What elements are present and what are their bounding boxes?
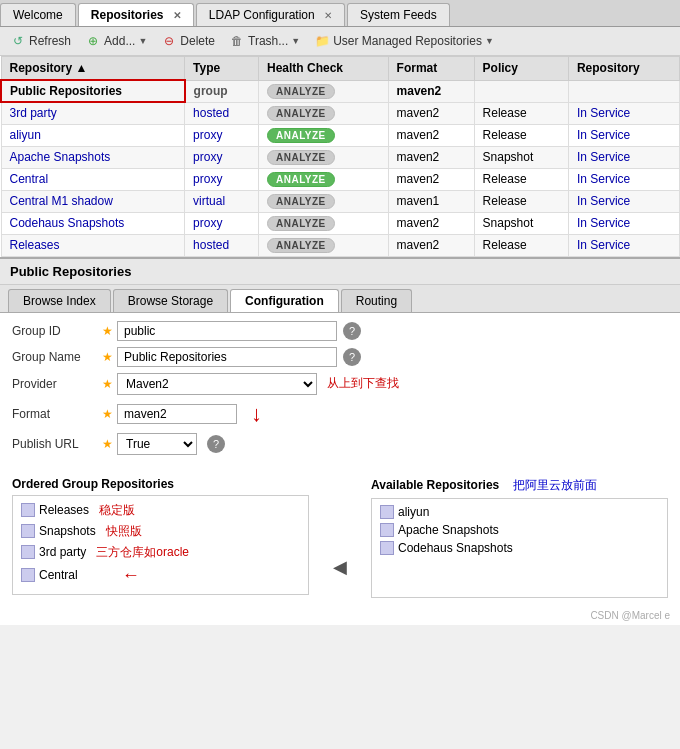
analyze-button[interactable]: ANALYZE xyxy=(267,172,335,187)
repo-health-cell[interactable]: ANALYZE xyxy=(258,80,388,102)
top-tab-bar: Welcome Repositories ✕ LDAP Configuratio… xyxy=(0,0,680,27)
table-row[interactable]: Codehaus Snapshots proxy ANALYZE maven2 … xyxy=(1,212,680,234)
annotation-aliyun-hint: 把阿里云放前面 xyxy=(513,478,597,492)
form-row-group-name: Group Name ★ ? xyxy=(12,347,668,367)
group-id-input[interactable] xyxy=(117,321,337,341)
annotation-arrow-left: ← xyxy=(122,565,140,586)
tab-configuration[interactable]: Configuration xyxy=(230,289,339,312)
list-item[interactable]: Snapshots 快照版 xyxy=(17,521,304,542)
tab-system-feeds[interactable]: System Feeds xyxy=(347,3,450,26)
add-icon: ⊕ xyxy=(85,33,101,49)
table-row[interactable]: 3rd party hosted ANALYZE maven2 Release … xyxy=(1,102,680,124)
col-header-repository[interactable]: Repository ▲ xyxy=(1,57,185,81)
ordered-repos-section: Ordered Group Repositories Releases 稳定版 … xyxy=(12,477,309,598)
annotation-arrow: ↓ xyxy=(251,401,262,427)
table-row[interactable]: aliyun proxy ANALYZE maven2 Release In S… xyxy=(1,124,680,146)
tab-routing[interactable]: Routing xyxy=(341,289,412,312)
col-header-type[interactable]: Type xyxy=(185,57,259,81)
user-managed-dropdown-arrow[interactable]: ▼ xyxy=(485,36,494,46)
table-row[interactable]: Releases hosted ANALYZE maven2 Release I… xyxy=(1,234,680,256)
help-icon[interactable]: ? xyxy=(343,348,361,366)
repo-type-cell: hosted xyxy=(185,102,259,124)
publish-url-select[interactable]: True False xyxy=(117,433,197,455)
repo-type-cell: group xyxy=(185,80,259,102)
help-icon[interactable]: ? xyxy=(343,322,361,340)
repo-icon: 📁 xyxy=(314,33,330,49)
analyze-button[interactable]: ANALYZE xyxy=(267,150,335,165)
table-row[interactable]: Public Repositories group ANALYZE maven2 xyxy=(1,80,680,102)
tab-browse-storage[interactable]: Browse Storage xyxy=(113,289,228,312)
repo-status-cell xyxy=(568,80,679,102)
tab-repositories[interactable]: Repositories ✕ xyxy=(78,3,194,26)
repo-health-cell[interactable]: ANALYZE xyxy=(258,124,388,146)
repo-policy-cell xyxy=(474,80,568,102)
tab-browse-index[interactable]: Browse Index xyxy=(8,289,111,312)
analyze-button[interactable]: ANALYZE xyxy=(267,216,335,231)
col-header-health-check[interactable]: Health Check xyxy=(258,57,388,81)
refresh-button[interactable]: ↺ Refresh xyxy=(6,31,75,51)
user-managed-button[interactable]: 📁 User Managed Repositories ▼ xyxy=(310,31,498,51)
list-item[interactable]: Apache Snapshots xyxy=(376,521,663,539)
format-input[interactable] xyxy=(117,404,237,424)
add-button[interactable]: ⊕ Add... ▼ xyxy=(81,31,151,51)
annotation-snapshots: 快照版 xyxy=(106,523,142,540)
list-item[interactable]: aliyun xyxy=(376,503,663,521)
table-row[interactable]: Central proxy ANALYZE maven2 Release In … xyxy=(1,168,680,190)
repo-status-cell: In Service xyxy=(568,124,679,146)
col-header-format[interactable]: Format xyxy=(388,57,474,81)
analyze-button[interactable]: ANALYZE xyxy=(267,128,335,143)
repo-format-cell: maven2 xyxy=(388,124,474,146)
analyze-button[interactable]: ANALYZE xyxy=(267,238,335,253)
tab-welcome[interactable]: Welcome xyxy=(0,3,76,26)
repo-status-cell: In Service xyxy=(568,146,679,168)
repo-health-cell[interactable]: ANALYZE xyxy=(258,102,388,124)
delete-button[interactable]: ⊖ Delete xyxy=(157,31,219,51)
help-icon[interactable]: ? xyxy=(207,435,225,453)
trash-button[interactable]: 🗑 Trash... ▼ xyxy=(225,31,304,51)
repo-health-cell[interactable]: ANALYZE xyxy=(258,190,388,212)
repo-health-cell[interactable]: ANALYZE xyxy=(258,168,388,190)
ordered-repos-list: Releases 稳定版 Snapshots 快照版 3rd party 三方仓… xyxy=(12,495,309,595)
list-item[interactable]: Central ← xyxy=(17,563,304,588)
repo-health-cell[interactable]: ANALYZE xyxy=(258,212,388,234)
repo-format-cell: maven2 xyxy=(388,146,474,168)
list-item[interactable]: Releases 稳定版 xyxy=(17,500,304,521)
close-icon[interactable]: ✕ xyxy=(324,10,332,21)
repo-type-cell: hosted xyxy=(185,234,259,256)
group-name-input[interactable] xyxy=(117,347,337,367)
analyze-button[interactable]: ANALYZE xyxy=(267,106,335,121)
close-icon[interactable]: ✕ xyxy=(173,10,181,21)
analyze-button[interactable]: ANALYZE xyxy=(267,84,335,99)
repo-item-icon xyxy=(21,568,35,582)
annotation-3rdparty: 三方仓库如oracle xyxy=(96,544,189,561)
delete-icon: ⊖ xyxy=(161,33,177,49)
list-item[interactable]: 3rd party 三方仓库如oracle xyxy=(17,542,304,563)
repo-health-cell[interactable]: ANALYZE xyxy=(258,234,388,256)
table-row[interactable]: Apache Snapshots proxy ANALYZE maven2 Sn… xyxy=(1,146,680,168)
analyze-button[interactable]: ANALYZE xyxy=(267,194,335,209)
repo-status-cell: In Service xyxy=(568,102,679,124)
table-row[interactable]: Central M1 shadow virtual ANALYZE maven1… xyxy=(1,190,680,212)
add-dropdown-arrow[interactable]: ▼ xyxy=(138,36,147,46)
refresh-icon: ↺ xyxy=(10,33,26,49)
list-item[interactable]: Codehaus Snapshots xyxy=(376,539,663,557)
col-header-repository-status[interactable]: Repository xyxy=(568,57,679,81)
annotation-search-hint: 从上到下查找 xyxy=(327,375,399,392)
repo-health-cell[interactable]: ANALYZE xyxy=(258,146,388,168)
repo-type-cell: virtual xyxy=(185,190,259,212)
repo-format-cell: maven2 xyxy=(388,102,474,124)
repo-item-name: Central xyxy=(39,568,78,582)
required-icon: ★ xyxy=(102,407,113,421)
provider-select[interactable]: Maven2 xyxy=(117,373,317,395)
repo-item-name: aliyun xyxy=(398,505,429,519)
repo-policy-cell: Snapshot xyxy=(474,212,568,234)
tab-ldap[interactable]: LDAP Configuration ✕ xyxy=(196,3,345,26)
provider-label: Provider xyxy=(12,377,102,391)
form-row-publish-url: Publish URL ★ True False ? xyxy=(12,433,668,455)
repo-policy-cell: Release xyxy=(474,190,568,212)
repo-name-cell: Apache Snapshots xyxy=(1,146,185,168)
move-left-button[interactable]: ◀ xyxy=(325,556,355,578)
col-header-policy[interactable]: Policy xyxy=(474,57,568,81)
trash-dropdown-arrow[interactable]: ▼ xyxy=(291,36,300,46)
repo-name-cell: 3rd party xyxy=(1,102,185,124)
